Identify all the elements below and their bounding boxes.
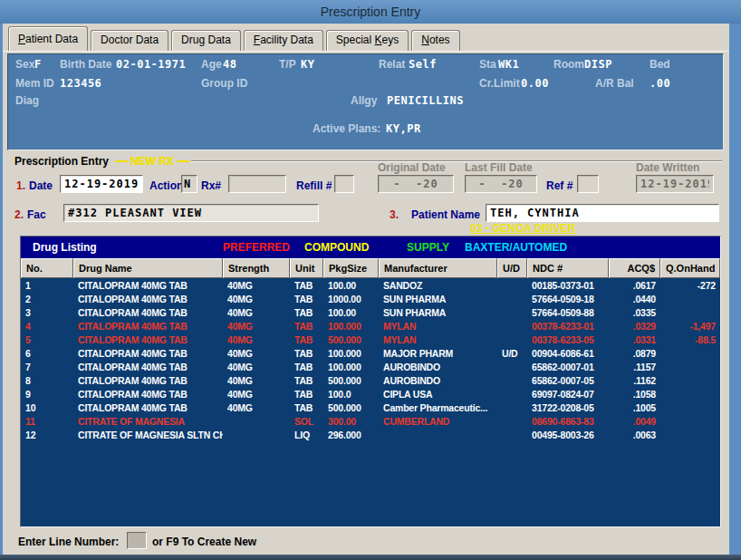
cell-unit: LIQ (290, 428, 323, 441)
drug-row[interactable]: 1CITALOPRAM 40MG TAB40MGTAB100.00SANDOZ0… (21, 278, 720, 292)
cell-acq: .0335 (609, 305, 660, 319)
cell-drug: CITALOPRAM 40MG TAB (73, 346, 223, 360)
cell-mfr (379, 428, 497, 441)
column-header-no[interactable]: No. (21, 258, 73, 278)
action-label: Action (149, 179, 183, 192)
allgy-value: PENICILLINS (387, 94, 464, 107)
column-header-ndc[interactable]: NDC # (527, 258, 609, 278)
cell-unit: TAB (290, 292, 323, 305)
cell-onhand (660, 414, 720, 428)
cell-drug: CITALOPRAM 40MG TAB (73, 319, 223, 333)
column-header-manufacturer[interactable]: Manufacturer (379, 258, 497, 278)
birth-date-label: Birth Date (60, 58, 111, 71)
fac-label: Fac (27, 208, 46, 221)
cell-acq: .0879 (609, 346, 660, 360)
sex-label: Sex (15, 58, 34, 71)
field1-number: 1. (16, 179, 25, 192)
cell-ndc: 57664-0509-18 (527, 292, 609, 305)
cell-drug: CITALOPRAM 40MG TAB (73, 373, 223, 387)
cell-onhand (660, 292, 720, 305)
drug-table-header-row: No.Drug NameStrengthUnitPkgSizeManufactu… (21, 258, 720, 278)
column-header-pkgsize[interactable]: PkgSize (323, 258, 379, 278)
active-plans-value: KY,PR (386, 122, 421, 135)
ref-number-input[interactable] (577, 175, 599, 193)
drug-row[interactable]: 12CITRATE OF MAGNESIA SLTN CHE...LIQ296.… (21, 428, 720, 441)
drug-row[interactable]: 5CITALOPRAM 40MG TAB40MGTAB500.000MYLAN0… (21, 333, 720, 346)
cell-onhand (660, 387, 720, 401)
tab-patient-data[interactable]: Patient Data (8, 26, 88, 51)
patient-name-input[interactable] (486, 204, 719, 222)
age-label: Age (201, 58, 222, 71)
cell-acq: .0617 (609, 278, 660, 292)
line-number-prompt: Enter Line Number: (18, 536, 119, 548)
drug-row[interactable]: 8CITALOPRAM 40MG TAB40MGTAB500.000AUROBI… (21, 373, 720, 387)
drug-row[interactable]: 11CITRATE OF MAGNESIASOL300.00CUMBERLAND… (21, 414, 720, 428)
tp-value: KY (301, 58, 314, 71)
cell-mfr: AUROBINDO (379, 360, 497, 373)
drug-row[interactable]: 7CITALOPRAM 40MG TAB40MGTAB100.000AUROBI… (21, 360, 720, 373)
column-header-q-onhand[interactable]: Q.OnHand (660, 258, 720, 278)
cell-ndc: 00495-8003-26 (527, 428, 609, 441)
cell-acq: .1157 (609, 360, 660, 373)
drug-row[interactable]: 4CITALOPRAM 40MG TAB40MGTAB100.000MYLAN0… (21, 319, 720, 333)
tab-special-keys[interactable]: Special Keys (326, 30, 409, 51)
tab-drug-data[interactable]: Drug Data (171, 30, 241, 51)
column-header-acq[interactable]: ACQ$ (609, 258, 660, 278)
rx-number-input[interactable] (228, 175, 286, 193)
facility-input[interactable] (63, 204, 319, 222)
cell-acq: .0440 (609, 292, 660, 305)
sta-label: Sta (479, 58, 496, 71)
tab-panel-edge (3, 51, 729, 52)
drug-row[interactable]: 6CITALOPRAM 40MG TAB40MGTAB100.000MAJOR … (21, 346, 720, 360)
drug-row[interactable]: 10CITALOPRAM 40MG TAB40MGTAB500.000Cambe… (21, 401, 720, 414)
cell-onhand: -1,497 (660, 319, 720, 333)
cell-acq: .1162 (609, 373, 660, 387)
cell-acq: .1005 (609, 401, 660, 414)
drug-row[interactable]: 2CITALOPRAM 40MG TAB40MGTAB1000.00SUN PH… (21, 292, 720, 305)
main-area: Patient DataDoctor DataDrug DataFacility… (3, 24, 729, 555)
action-input[interactable] (181, 175, 197, 193)
cell-ud (497, 428, 527, 441)
cell-ud (497, 319, 527, 333)
cell-strength: 40MG (223, 292, 290, 305)
drug-listing-title: Drug Listing (33, 241, 97, 254)
cell-no: 7 (21, 360, 73, 373)
cell-no: 1 (21, 278, 73, 292)
cell-pkg: 100.00 (323, 305, 379, 319)
date-input[interactable] (60, 175, 143, 193)
cell-mfr: MAJOR PHARM (379, 346, 497, 360)
relat-value: Self (409, 58, 437, 71)
tab-doctor-data[interactable]: Doctor Data (91, 30, 168, 51)
drug-row[interactable]: 9CITALOPRAM 40MG TAB40MGTAB100.0CIPLA US… (21, 387, 720, 401)
cell-ud: U/D (497, 346, 527, 360)
cell-strength: 40MG (223, 401, 290, 414)
tab-notes[interactable]: Notes (411, 30, 459, 51)
cell-unit: TAB (290, 360, 323, 373)
refill-input[interactable] (334, 175, 354, 193)
cell-drug: CITRATE OF MAGNESIA (73, 414, 223, 428)
cell-pkg: 300.00 (323, 414, 379, 428)
drug-table: No.Drug NameStrengthUnitPkgSizeManufactu… (21, 258, 720, 441)
column-header-u-d[interactable]: U/D (497, 258, 527, 278)
sta-value: WK1 (498, 58, 519, 71)
cell-ndc: 00378-6233-01 (527, 319, 609, 333)
drug-row[interactable]: 3CITALOPRAM 40MG TAB40MGTAB100.00SUN PHA… (21, 305, 720, 319)
cr-limit-value: 0.00 (521, 77, 549, 90)
cell-ud (497, 360, 527, 373)
column-header-unit[interactable]: Unit (290, 258, 323, 278)
cell-no: 9 (21, 387, 73, 401)
column-header-drug-name[interactable]: Drug Name (73, 258, 223, 278)
sex-value: F (34, 58, 42, 71)
age-value: 48 (223, 58, 236, 71)
tab-facility-data[interactable]: Facility Data (244, 30, 323, 51)
cell-pkg: 500.000 (323, 373, 379, 387)
cell-no: 11 (21, 414, 73, 428)
cell-no: 2 (21, 292, 73, 305)
cell-pkg: 500.000 (323, 401, 379, 414)
allgy-label: Allgy (351, 94, 377, 107)
line-number-input[interactable] (127, 532, 147, 549)
column-header-strength[interactable]: Strength (223, 258, 290, 278)
cell-onhand (660, 346, 720, 360)
cell-mfr: MYLAN (379, 319, 497, 333)
cell-drug: CITALOPRAM 40MG TAB (73, 401, 223, 414)
